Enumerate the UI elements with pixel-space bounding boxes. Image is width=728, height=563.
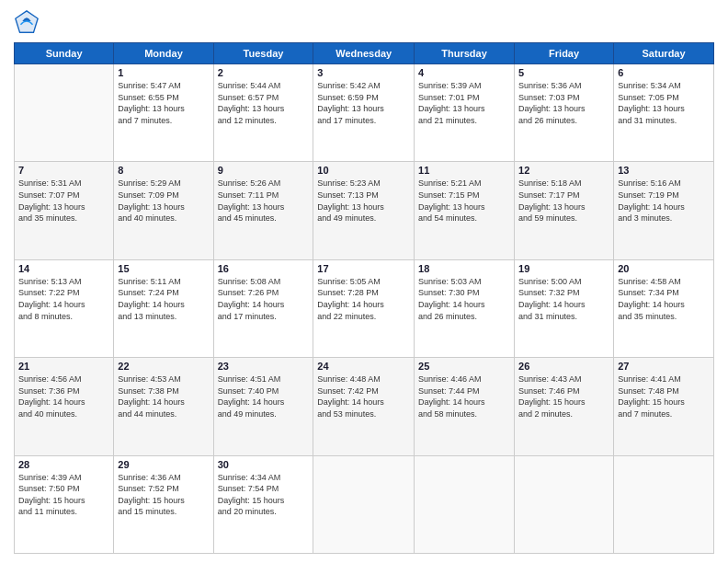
calendar-cell (15, 64, 114, 162)
calendar-cell: 6Sunrise: 5:34 AM Sunset: 7:05 PM Daylig… (614, 64, 714, 162)
day-number: 17 (317, 263, 410, 274)
calendar-cell (313, 455, 415, 553)
day-number: 2 (218, 67, 310, 78)
day-number: 13 (618, 165, 710, 176)
calendar-cell: 4Sunrise: 5:39 AM Sunset: 7:01 PM Daylig… (415, 64, 515, 162)
logo (14, 9, 43, 35)
day-info: Sunrise: 5:36 AM Sunset: 7:03 PM Dayligh… (518, 80, 609, 126)
day-number: 11 (418, 165, 510, 176)
weekday-header-friday: Friday (515, 43, 614, 64)
day-number: 15 (118, 263, 209, 274)
calendar-cell: 12Sunrise: 5:18 AM Sunset: 7:17 PM Dayli… (515, 162, 614, 259)
weekday-header-sunday: Sunday (15, 43, 114, 64)
calendar-cell: 9Sunrise: 5:26 AM Sunset: 7:11 PM Daylig… (213, 162, 313, 259)
day-info: Sunrise: 5:31 AM Sunset: 7:07 PM Dayligh… (18, 178, 109, 224)
day-number: 18 (418, 263, 510, 274)
day-info: Sunrise: 5:03 AM Sunset: 7:30 PM Dayligh… (418, 276, 510, 322)
day-info: Sunrise: 5:05 AM Sunset: 7:28 PM Dayligh… (317, 276, 410, 322)
calendar-cell: 10Sunrise: 5:23 AM Sunset: 7:13 PM Dayli… (313, 162, 415, 259)
day-number: 27 (618, 361, 710, 372)
calendar-cell: 25Sunrise: 4:46 AM Sunset: 7:44 PM Dayli… (415, 358, 515, 455)
day-number: 24 (317, 361, 410, 372)
day-info: Sunrise: 5:44 AM Sunset: 6:57 PM Dayligh… (218, 80, 310, 126)
day-info: Sunrise: 5:13 AM Sunset: 7:22 PM Dayligh… (18, 276, 109, 322)
day-number: 16 (218, 263, 310, 274)
calendar-cell: 15Sunrise: 5:11 AM Sunset: 7:24 PM Dayli… (114, 259, 213, 357)
day-info: Sunrise: 4:41 AM Sunset: 7:48 PM Dayligh… (618, 373, 710, 419)
page: SundayMondayTuesdayWednesdayThursdayFrid… (0, 0, 728, 563)
day-info: Sunrise: 5:26 AM Sunset: 7:11 PM Dayligh… (218, 178, 310, 224)
calendar-cell: 28Sunrise: 4:39 AM Sunset: 7:50 PM Dayli… (15, 455, 114, 553)
day-number: 28 (18, 459, 109, 470)
day-info: Sunrise: 5:23 AM Sunset: 7:13 PM Dayligh… (317, 178, 410, 224)
day-number: 1 (118, 67, 209, 78)
day-number: 10 (317, 165, 410, 176)
calendar-cell: 18Sunrise: 5:03 AM Sunset: 7:30 PM Dayli… (415, 259, 515, 357)
day-number: 6 (618, 67, 710, 78)
weekday-header-wednesday: Wednesday (313, 43, 415, 64)
day-info: Sunrise: 5:18 AM Sunset: 7:17 PM Dayligh… (518, 178, 609, 224)
calendar-cell: 20Sunrise: 4:58 AM Sunset: 7:34 PM Dayli… (614, 259, 714, 357)
day-number: 8 (118, 165, 209, 176)
day-info: Sunrise: 4:58 AM Sunset: 7:34 PM Dayligh… (618, 276, 710, 322)
weekday-header-saturday: Saturday (614, 43, 714, 64)
day-number: 5 (518, 67, 609, 78)
day-info: Sunrise: 4:48 AM Sunset: 7:42 PM Dayligh… (317, 373, 410, 419)
calendar-table: SundayMondayTuesdayWednesdayThursdayFrid… (14, 42, 714, 554)
calendar-cell: 27Sunrise: 4:41 AM Sunset: 7:48 PM Dayli… (614, 358, 714, 455)
calendar-cell: 24Sunrise: 4:48 AM Sunset: 7:42 PM Dayli… (313, 358, 415, 455)
day-number: 21 (18, 361, 109, 372)
calendar-cell: 13Sunrise: 5:16 AM Sunset: 7:19 PM Dayli… (614, 162, 714, 259)
calendar-cell: 1Sunrise: 5:47 AM Sunset: 6:55 PM Daylig… (114, 64, 213, 162)
day-info: Sunrise: 5:08 AM Sunset: 7:26 PM Dayligh… (218, 276, 310, 322)
week-row-2: 7Sunrise: 5:31 AM Sunset: 7:07 PM Daylig… (15, 162, 714, 259)
day-info: Sunrise: 5:39 AM Sunset: 7:01 PM Dayligh… (418, 80, 510, 126)
calendar-cell: 2Sunrise: 5:44 AM Sunset: 6:57 PM Daylig… (213, 64, 313, 162)
week-row-3: 14Sunrise: 5:13 AM Sunset: 7:22 PM Dayli… (15, 259, 714, 357)
calendar-cell: 21Sunrise: 4:56 AM Sunset: 7:36 PM Dayli… (15, 358, 114, 455)
calendar-cell (515, 455, 614, 553)
calendar-cell: 8Sunrise: 5:29 AM Sunset: 7:09 PM Daylig… (114, 162, 213, 259)
calendar-cell (614, 455, 714, 553)
calendar-cell: 17Sunrise: 5:05 AM Sunset: 7:28 PM Dayli… (313, 259, 415, 357)
day-info: Sunrise: 5:11 AM Sunset: 7:24 PM Dayligh… (118, 276, 209, 322)
day-info: Sunrise: 4:56 AM Sunset: 7:36 PM Dayligh… (18, 373, 109, 419)
calendar-cell: 26Sunrise: 4:43 AM Sunset: 7:46 PM Dayli… (515, 358, 614, 455)
day-info: Sunrise: 4:46 AM Sunset: 7:44 PM Dayligh… (418, 373, 510, 419)
day-info: Sunrise: 4:53 AM Sunset: 7:38 PM Dayligh… (118, 373, 209, 419)
day-number: 25 (418, 361, 510, 372)
calendar-cell: 11Sunrise: 5:21 AM Sunset: 7:15 PM Dayli… (415, 162, 515, 259)
day-number: 12 (518, 165, 609, 176)
day-number: 7 (18, 165, 109, 176)
week-row-1: 1Sunrise: 5:47 AM Sunset: 6:55 PM Daylig… (15, 64, 714, 162)
logo-icon (14, 9, 40, 35)
weekday-header-row: SundayMondayTuesdayWednesdayThursdayFrid… (15, 43, 714, 64)
calendar-cell: 14Sunrise: 5:13 AM Sunset: 7:22 PM Dayli… (15, 259, 114, 357)
day-number: 20 (618, 263, 710, 274)
header (14, 9, 714, 35)
calendar-cell: 3Sunrise: 5:42 AM Sunset: 6:59 PM Daylig… (313, 64, 415, 162)
day-number: 9 (218, 165, 310, 176)
day-number: 19 (518, 263, 609, 274)
calendar-cell: 30Sunrise: 4:34 AM Sunset: 7:54 PM Dayli… (213, 455, 313, 553)
calendar-cell: 23Sunrise: 4:51 AM Sunset: 7:40 PM Dayli… (213, 358, 313, 455)
day-info: Sunrise: 4:51 AM Sunset: 7:40 PM Dayligh… (218, 373, 310, 419)
calendar-cell: 5Sunrise: 5:36 AM Sunset: 7:03 PM Daylig… (515, 64, 614, 162)
weekday-header-thursday: Thursday (415, 43, 515, 64)
day-number: 4 (418, 67, 510, 78)
weekday-header-tuesday: Tuesday (213, 43, 313, 64)
day-number: 22 (118, 361, 209, 372)
day-info: Sunrise: 5:21 AM Sunset: 7:15 PM Dayligh… (418, 178, 510, 224)
calendar-cell: 16Sunrise: 5:08 AM Sunset: 7:26 PM Dayli… (213, 259, 313, 357)
day-info: Sunrise: 5:00 AM Sunset: 7:32 PM Dayligh… (518, 276, 609, 322)
day-info: Sunrise: 5:42 AM Sunset: 6:59 PM Dayligh… (317, 80, 410, 126)
day-number: 3 (317, 67, 410, 78)
day-info: Sunrise: 5:47 AM Sunset: 6:55 PM Dayligh… (118, 80, 209, 126)
weekday-header-monday: Monday (114, 43, 213, 64)
day-number: 14 (18, 263, 109, 274)
calendar-cell: 29Sunrise: 4:36 AM Sunset: 7:52 PM Dayli… (114, 455, 213, 553)
day-info: Sunrise: 4:39 AM Sunset: 7:50 PM Dayligh… (18, 472, 109, 518)
day-info: Sunrise: 5:34 AM Sunset: 7:05 PM Dayligh… (618, 80, 710, 126)
day-info: Sunrise: 5:16 AM Sunset: 7:19 PM Dayligh… (618, 178, 710, 224)
calendar-cell: 7Sunrise: 5:31 AM Sunset: 7:07 PM Daylig… (15, 162, 114, 259)
